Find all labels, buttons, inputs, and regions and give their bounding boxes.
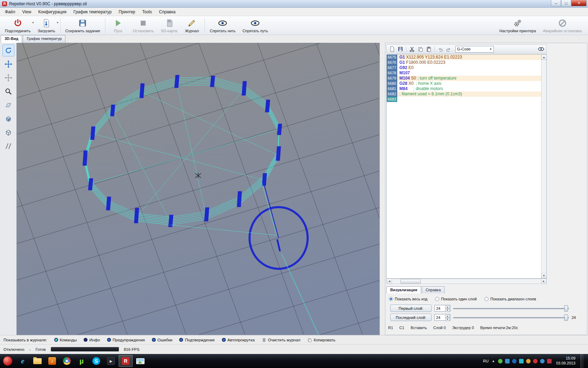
last-layer-stepper[interactable]: 24 ▲▼ [434, 314, 450, 321]
gcode-line[interactable]: 6679M104 S0 ; turn off temperature [387, 76, 546, 81]
taskbar-chrome[interactable] [60, 355, 74, 367]
log-toggle[interactable]: Предупраждения [107, 338, 145, 342]
taskbar-music-player[interactable]: ♪ [45, 355, 59, 367]
gcode-line[interactable]: 6681M84 ; disable motors [387, 86, 546, 91]
sd-card-button[interactable]: SD-карта [157, 17, 181, 34]
emergency-stop-button[interactable]: Аварийная остановка [539, 17, 585, 34]
log-toggle[interactable]: Инфо [84, 338, 100, 342]
spin-up-icon[interactable]: ▲ [445, 315, 450, 318]
last-layer-slider[interactable] [453, 314, 569, 321]
tray-icon[interactable] [498, 359, 503, 363]
taskbar-utorrent[interactable]: µ [75, 355, 89, 367]
menu-item-file[interactable]: Файл [1, 8, 19, 16]
copy-log-button[interactable]: Копировать [307, 338, 335, 342]
scroll-up-arrow[interactable]: ▲ [541, 55, 547, 60]
clear-log-button[interactable]: Очистить журнал [262, 338, 301, 342]
move-object-tool-button[interactable] [2, 72, 14, 84]
gcode-type-dropdown[interactable]: G-Code ▼ [455, 46, 494, 53]
log-toggle[interactable]: Команды [54, 338, 77, 342]
tray-icon[interactable] [540, 359, 545, 363]
taskbar-media-player[interactable]: ▶ [104, 355, 118, 367]
cut-button[interactable] [408, 46, 416, 53]
gcode-line[interactable]: 6677G92 E0 [387, 65, 546, 70]
stop-button[interactable]: Остановить [129, 17, 157, 34]
log-toggle[interactable]: Ошибки [152, 338, 173, 342]
menu-item-tools[interactable]: Tools [139, 8, 155, 16]
taskbar-image-viewer[interactable] [133, 355, 147, 367]
first-layer-slider[interactable] [453, 305, 569, 312]
tray-icon[interactable] [512, 359, 517, 363]
redo-button[interactable] [445, 46, 453, 53]
tab-temp-graph[interactable]: График температур [23, 35, 65, 43]
menu-item-printer[interactable]: Принтер [115, 8, 139, 16]
parallel-projection-button[interactable] [2, 140, 14, 152]
log-toggle[interactable]: Подтверждение [179, 338, 215, 342]
title-bar[interactable]: R Repetier-Host V0.90C - ppввврpppввp.st… [0, 0, 588, 8]
first-layer-stepper[interactable]: 24 ▲▼ [434, 305, 450, 312]
save-gcode-button[interactable] [397, 46, 404, 53]
radio-show-all[interactable]: Показать весь код [389, 297, 427, 301]
taskbar-explorer[interactable] [30, 355, 44, 367]
gcode-line[interactable]: 6680G28 X0 ; home X axis [387, 81, 546, 86]
first-layer-button[interactable]: Первый слой: [390, 305, 432, 312]
minimize-button[interactable]: – [551, 0, 561, 6]
paste-button[interactable] [425, 46, 433, 53]
tab-help[interactable]: Справка [422, 286, 444, 293]
undo-button[interactable] [436, 46, 444, 53]
new-file-button[interactable] [388, 46, 396, 53]
spin-down-icon[interactable]: ▼ [445, 309, 450, 312]
tray-icon[interactable] [526, 359, 531, 363]
menu-item-temp-graph[interactable]: График температур [70, 8, 115, 16]
face-view-button[interactable] [2, 99, 14, 111]
last-layer-button[interactable]: Последний слой: [390, 314, 432, 321]
gcode-line[interactable]: 6676G1 F1800.000 E0.02223 [387, 60, 546, 65]
chevron-down-icon[interactable]: ▾ [32, 21, 34, 24]
show-desktop-button[interactable] [581, 354, 584, 368]
radio-show-layer-range[interactable]: Показать диапазон слоев [484, 297, 536, 301]
gcode-line[interactable]: 6678M107 [387, 70, 546, 76]
vertical-scrollbar[interactable]: ▲ ▼ [541, 55, 546, 278]
language-indicator[interactable]: RU [483, 359, 489, 363]
scroll-left-arrow[interactable]: ◄ [387, 279, 392, 284]
load-button[interactable]: Загрузить ▾ [34, 17, 58, 34]
log-button[interactable]: Журнал [181, 17, 203, 34]
editor-eye-button[interactable] [537, 46, 545, 53]
connect-button[interactable]: Подсоединить ▾ [1, 17, 34, 34]
iso-view-button[interactable] [2, 113, 14, 125]
zoom-tool-button[interactable] [2, 86, 14, 97]
gcode-line[interactable]: 6675G1 X112.905 Y123.624 E1.02223 [387, 55, 546, 60]
slider-thumb[interactable] [564, 314, 568, 321]
scroll-down-arrow[interactable]: ▼ [541, 273, 547, 278]
log-toggle[interactable]: Автопрокрутка [222, 338, 255, 342]
taskbar-clock[interactable]: 15:09 03.09.2013 [556, 356, 575, 366]
menu-item-config[interactable]: Конфигурация [35, 8, 70, 16]
spin-down-icon[interactable]: ▼ [445, 318, 450, 321]
taskbar-skype[interactable]: S [89, 355, 103, 367]
move-tool-button[interactable] [2, 58, 14, 70]
rotate-tool-button[interactable] [2, 45, 14, 56]
maximize-button[interactable]: □ [561, 0, 571, 6]
3d-canvas[interactable] [16, 43, 380, 335]
copy-button[interactable] [416, 46, 424, 53]
tray-icon[interactable] [505, 359, 510, 363]
menu-item-help[interactable]: Справка [155, 8, 179, 16]
gcode-line[interactable]: 6682; filament used = 8.1mm (0.1cm3) [387, 91, 546, 97]
taskbar-internet-explorer[interactable]: e [16, 355, 30, 367]
tab-3d-view[interactable]: 3D-Вид [1, 35, 22, 43]
gcode-text-area[interactable]: 6675G1 X112.905 Y123.624 E1.022236676G1 … [386, 54, 547, 279]
3d-viewport[interactable] [17, 43, 379, 335]
tray-icon[interactable] [547, 359, 552, 363]
scrollbar-thumb[interactable] [400, 279, 421, 284]
chevron-down-icon[interactable]: ▾ [57, 21, 58, 24]
save-job-button[interactable]: Сохранить задание [62, 17, 104, 34]
scroll-right-arrow[interactable]: ► [541, 279, 546, 284]
slider-thumb[interactable] [564, 305, 568, 312]
printer-settings-button[interactable]: Настройки принтера [496, 17, 540, 34]
radio-show-single-layer[interactable]: Показать один слой [435, 297, 477, 301]
start-button[interactable]: Пуск [107, 17, 129, 34]
tab-visualization[interactable]: Визуализация [386, 286, 421, 293]
horizontal-scrollbar[interactable]: ◄ ► [386, 279, 547, 284]
tray-icon[interactable]: ▲ [491, 359, 496, 363]
menu-item-view[interactable]: View [19, 8, 35, 16]
tray-icon[interactable] [519, 359, 524, 363]
